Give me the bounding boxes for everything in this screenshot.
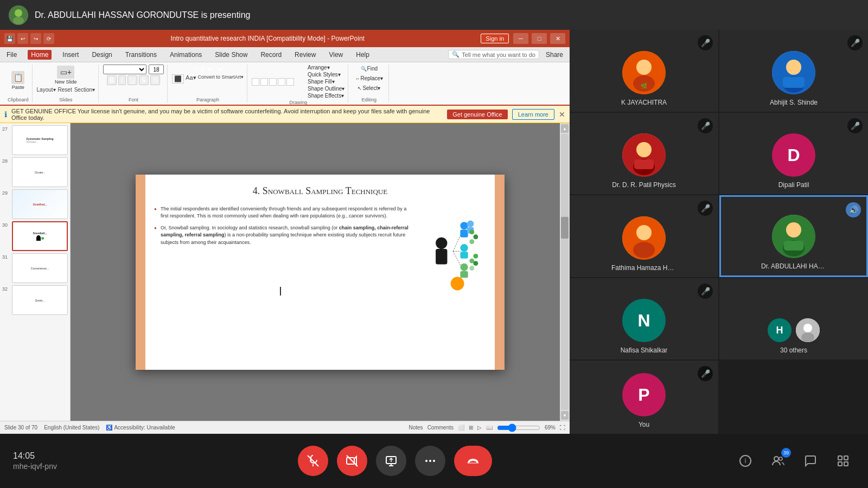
ppt-titlebar: 💾 ↩ ↪ ⟳ Intro quantitative research INDI…: [0, 30, 570, 47]
menu-home[interactable]: Home: [28, 50, 52, 60]
meeting-controls: [66, 446, 725, 476]
menu-record[interactable]: Record: [258, 50, 284, 60]
participants-button[interactable]: 39: [766, 449, 790, 473]
font-family-select[interactable]: [103, 65, 146, 74]
font-size-input[interactable]: [149, 65, 164, 74]
svg-point-14: [460, 263, 468, 271]
shape-btn-1[interactable]: ▭: [252, 78, 259, 86]
svg-point-22: [469, 266, 474, 271]
learn-more-button[interactable]: Learn more: [512, 109, 554, 120]
vertical-scrollbar[interactable]: ▲ ▼: [560, 123, 570, 421]
share-menu-btn[interactable]: Share: [544, 50, 565, 60]
slide-preview-29[interactable]: Stratified...: [12, 189, 68, 219]
comments-button[interactable]: Comments: [427, 425, 454, 431]
underline-btn[interactable]: U: [127, 75, 138, 85]
slide-thumb-31[interactable]: 31 Convenience...: [2, 253, 68, 283]
reset-btn[interactable]: Reset: [58, 87, 72, 93]
menu-insert[interactable]: Insert: [60, 50, 81, 60]
undo-icon[interactable]: ↩: [17, 33, 28, 44]
menu-animations[interactable]: Animations: [168, 50, 204, 60]
name-fathima: Fathima Hamaza Hassee...: [611, 264, 676, 272]
slide-thumb-27[interactable]: 27 Systematic Sampling Technique...: [2, 125, 68, 155]
menu-slideshow[interactable]: Slide Show: [213, 50, 250, 60]
shape-btn-3[interactable]: △: [269, 78, 277, 86]
arrange-btn[interactable]: Arrange▾: [308, 65, 344, 70]
get-genuine-button[interactable]: Get genuine Office: [447, 110, 508, 119]
bold-btn[interactable]: B: [107, 75, 117, 85]
svg-rect-36: [634, 159, 654, 169]
svg-point-12: [460, 244, 468, 252]
shape-btn-2[interactable]: ○: [260, 78, 268, 86]
shape-fill-btn[interactable]: Shape Fill▾: [308, 79, 344, 85]
mute-button[interactable]: [298, 446, 328, 476]
restore-button[interactable]: □: [532, 33, 547, 44]
refresh-icon[interactable]: ⟳: [43, 33, 54, 44]
slide-graphic: [421, 206, 486, 292]
end-call-button[interactable]: [454, 446, 492, 476]
redo-icon[interactable]: ↪: [30, 33, 41, 44]
numbering-btn[interactable]: ①: [199, 65, 206, 73]
shape-outline-btn[interactable]: Shape Outline▾: [308, 86, 344, 92]
mute-icon-nafisa: 🎤: [698, 284, 713, 299]
fit-btn[interactable]: ⛶: [560, 425, 565, 431]
text-dir-btn[interactable]: Aa▾: [186, 74, 196, 84]
minimize-button[interactable]: ─: [513, 33, 528, 44]
more-button[interactable]: [415, 446, 445, 476]
slide-thumb-29[interactable]: 29 Stratified...: [2, 189, 68, 219]
normal-view-btn[interactable]: ⬜: [458, 425, 464, 431]
slide-thumb-32[interactable]: 32 Quota...: [2, 285, 68, 315]
reading-view-btn[interactable]: 📖: [486, 425, 493, 431]
zoom-slider[interactable]: [497, 425, 540, 431]
slide-thumb-28[interactable]: 28 Cluster...: [2, 157, 68, 187]
tell-me-input[interactable]: 🔍 Tell me what you want to do: [448, 50, 539, 59]
shape-btn-5[interactable]: →: [286, 78, 294, 86]
save-icon[interactable]: 💾: [4, 33, 15, 44]
slide-preview-32[interactable]: Quota...: [12, 285, 68, 315]
align-left-btn[interactable]: ⬛: [172, 74, 184, 84]
name-abhijit: Abhijit S. Shinde: [770, 99, 818, 106]
quick-styles-btn[interactable]: Quick Styles▾: [308, 72, 344, 78]
slideshow-view-btn[interactable]: ▷: [477, 425, 482, 431]
strikethrough-btn[interactable]: S̶: [139, 75, 149, 85]
section-btn[interactable]: Section▾: [74, 87, 95, 93]
slide-preview-31[interactable]: Convenience...: [12, 253, 68, 283]
menu-view[interactable]: View: [327, 50, 345, 60]
outline-view-btn[interactable]: ⊞: [469, 425, 473, 431]
new-slide-button[interactable]: ▭+ New Slide: [53, 65, 79, 86]
select-button[interactable]: ↖Select▾: [355, 84, 382, 92]
paste-button[interactable]: 📋 Paste: [9, 70, 27, 91]
close-button[interactable]: ✕: [550, 33, 565, 44]
convert-btn[interactable]: Convert to SmartArt▾: [198, 74, 244, 84]
bullets-btn[interactable]: ≡: [193, 65, 197, 73]
shape-effects-btn[interactable]: Shape Effects▾: [308, 93, 344, 99]
main-slide: ▲ ▼ 4. Snowball Sampling Technique: [71, 123, 570, 421]
ppt-menubar: File Home Insert Design Transitions Anim…: [0, 47, 570, 62]
slide-preview-27[interactable]: Systematic Sampling Technique...: [12, 125, 68, 155]
shadow-btn[interactable]: S: [150, 75, 160, 85]
video-button[interactable]: [337, 446, 367, 476]
find-button[interactable]: 🔍Find: [359, 65, 380, 73]
sign-in-button[interactable]: Sign in: [481, 34, 509, 43]
layout-btn[interactable]: Layout▾: [37, 87, 56, 93]
activities-button[interactable]: [831, 449, 855, 473]
replace-button[interactable]: ↔Replace▾: [353, 74, 385, 82]
notes-button[interactable]: Notes: [409, 425, 423, 431]
shape-btn-4[interactable]: ⟨: [278, 78, 285, 86]
menu-help[interactable]: Help: [354, 50, 372, 60]
menu-file[interactable]: File: [4, 50, 19, 60]
slide-thumb-30[interactable]: 30 Snowball...: [2, 221, 68, 251]
menu-design[interactable]: Design: [90, 50, 114, 60]
indent-dec-btn[interactable]: ⇤: [208, 65, 214, 73]
slide-preview-30[interactable]: Snowball...: [12, 221, 68, 251]
indent-inc-btn[interactable]: ⇥: [216, 65, 222, 73]
share-button[interactable]: [376, 446, 406, 476]
italic-btn[interactable]: I: [118, 75, 125, 85]
paragraph-label: Paragraph: [196, 96, 219, 102]
menu-review[interactable]: Review: [292, 50, 318, 60]
info-button[interactable]: i: [733, 449, 757, 473]
menu-transitions[interactable]: Transitions: [123, 50, 159, 60]
avatar-patil: [622, 133, 666, 177]
slide-preview-28[interactable]: Cluster...: [12, 157, 68, 187]
notification-close[interactable]: ✕: [559, 110, 565, 119]
chat-button[interactable]: [799, 449, 822, 473]
